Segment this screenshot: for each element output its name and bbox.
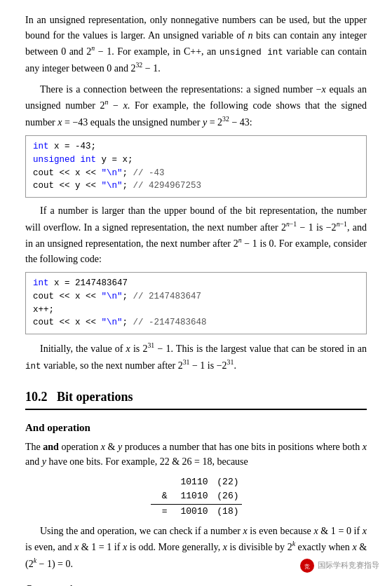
paragraph-1: In an unsigned representation, only nonn…: [25, 13, 367, 76]
subsection-or: Or operation The or operation x | y prod…: [25, 581, 367, 586]
code-line-7: x++;: [33, 304, 359, 317]
section-heading: 10.2 Bit operations: [25, 388, 367, 411]
paragraph-4: Initially, the value of x is 231 − 1. Th…: [25, 340, 367, 373]
section-title: Bit operations: [57, 390, 133, 404]
and-table-row-2: & 11010 (26): [151, 489, 242, 505]
code-line-2: unsigned int y = x;: [33, 154, 359, 167]
code-line-4: cout << y << "\n"; // 4294967253: [33, 179, 359, 193]
code-line-6: cout << x << "\n"; // 2147483647: [33, 290, 359, 304]
subsection-and: And operation The and operation x & y pr…: [25, 420, 367, 571]
watermark-text: 国际学科竞赛指导: [318, 559, 379, 571]
svg-text:竞: 竞: [304, 564, 310, 570]
code-block-1: int x = -43; unsigned int y = x; cout <<…: [25, 135, 367, 198]
page-content: In an unsigned representation, only nonn…: [25, 13, 367, 586]
watermark-icon: 竞: [299, 558, 315, 573]
and-paragraph-1: The and operation x & y produces a numbe…: [25, 440, 367, 470]
watermark-logo-icon: 竞: [299, 558, 315, 573]
watermark: 竞 国际学科竞赛指导: [299, 558, 379, 573]
and-table-row-3: = 10010 (18): [25, 505, 367, 519]
and-table-row-1: 10110 (22): [25, 475, 367, 489]
paragraph-3: If a number is larger than the upper bou…: [25, 203, 367, 266]
code-line-3: cout << x << "\n"; // -43: [33, 167, 359, 180]
code-line-5: int x = 2147483647: [33, 277, 359, 290]
paragraph-2: There is a connection between the repres…: [25, 82, 367, 130]
code-block-2: int x = 2147483647 cout << x << "\n"; //…: [25, 272, 367, 334]
section-number: 10.2: [25, 390, 48, 404]
code-line-1: int x = -43;: [33, 140, 359, 154]
subsection-or-heading: Or operation: [25, 581, 367, 586]
and-keyword: and: [43, 442, 59, 452]
code-line-8: cout << x << "\n"; // -2147483648: [33, 316, 359, 329]
subsection-and-heading: And operation: [25, 420, 367, 436]
and-table: 10110 (22) & 11010 (26) = 10010 (18): [25, 475, 367, 519]
